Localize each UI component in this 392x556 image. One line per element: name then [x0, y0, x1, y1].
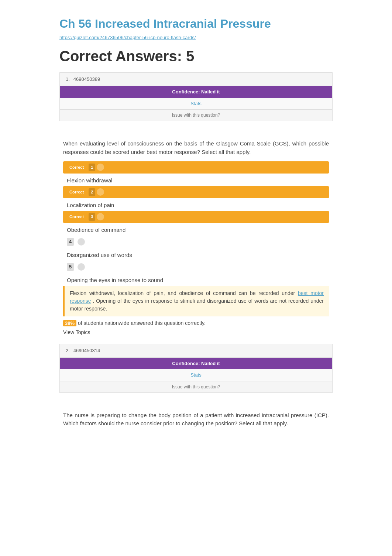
question-number-1: 1.: [66, 76, 70, 83]
correct-badge-1: Correct: [67, 164, 86, 171]
explanation-box-1: Flexion withdrawal, localization of pain…: [63, 286, 329, 316]
answer-label-5: Opening the eyes in response to sound: [63, 275, 329, 286]
answer-label-4: Disorganized use of words: [63, 250, 329, 261]
answer-number-1: 1: [89, 164, 95, 171]
question-text-2: The nurse is preparing to change the bod…: [63, 411, 329, 428]
answer-label-1: Flexion withdrawal: [63, 175, 329, 186]
answer-row-4[interactable]: 4: [63, 236, 329, 248]
answer-number-5: 5: [67, 263, 74, 271]
question-row-1: 1. 4690450389: [60, 73, 332, 86]
page-url[interactable]: https://quizlet.com/246736506/chapter-56…: [59, 34, 333, 41]
percentage-text-label-1: of students nationwide answered this que…: [78, 320, 206, 326]
answer-number-2: 2: [89, 188, 95, 196]
percentage-row-1: 38% of students nationwide answered this…: [63, 319, 329, 327]
correct-badge-2: Correct: [67, 188, 86, 196]
answer-number-3: 3: [89, 213, 95, 221]
question-row-2: 2. 4690450314: [60, 344, 332, 358]
answer-row-1[interactable]: Correct 1: [63, 161, 329, 174]
page-wrapper: Ch 56 Increased Intracranial Pressure ht…: [37, 0, 355, 452]
stats-row-1[interactable]: Stats: [60, 98, 332, 110]
correct-badge-3: Correct: [67, 213, 86, 221]
stats-row-2[interactable]: Stats: [60, 369, 332, 381]
answer-number-4: 4: [67, 238, 74, 246]
question-number-2: 2.: [66, 347, 70, 354]
issue-row-1[interactable]: Issue with this question?: [60, 110, 332, 121]
view-topics-1[interactable]: View Topics: [63, 329, 329, 336]
correct-answers-heading: Correct Answers: 5: [59, 45, 333, 67]
answer-row-5[interactable]: 5: [63, 261, 329, 273]
confidence-bar-1[interactable]: Confidence: Nailed it: [60, 86, 332, 98]
answer-label-3: Obedience of command: [63, 224, 329, 236]
question-body-2: The nurse is preparing to change the bod…: [59, 404, 333, 437]
answer-row-3[interactable]: Correct 3: [63, 211, 329, 223]
issue-row-2[interactable]: Issue with this question?: [60, 381, 332, 392]
question-id-2: 4690450314: [73, 347, 100, 354]
explanation-link-1[interactable]: best motor response: [70, 290, 324, 304]
page-title: Ch 56 Increased Intracranial Pressure: [59, 15, 333, 32]
question-text-1: When evaluating level of consciousness o…: [63, 140, 329, 156]
question-id-1: 4690450389: [73, 76, 100, 83]
confidence-bar-2[interactable]: Confidence: Nailed it: [60, 358, 332, 370]
answer-row-2[interactable]: Correct 2: [63, 186, 329, 198]
answer-label-2: Localization of pain: [63, 200, 329, 211]
percentage-badge-1: 38%: [63, 320, 76, 326]
question-body-1: When evaluating level of consciousness o…: [59, 132, 333, 344]
question-card-1: 1. 4690450389 Confidence: Nailed it Stat…: [59, 72, 333, 121]
question-card-2: 2. 4690450314 Confidence: Nailed it Stat…: [59, 344, 333, 393]
